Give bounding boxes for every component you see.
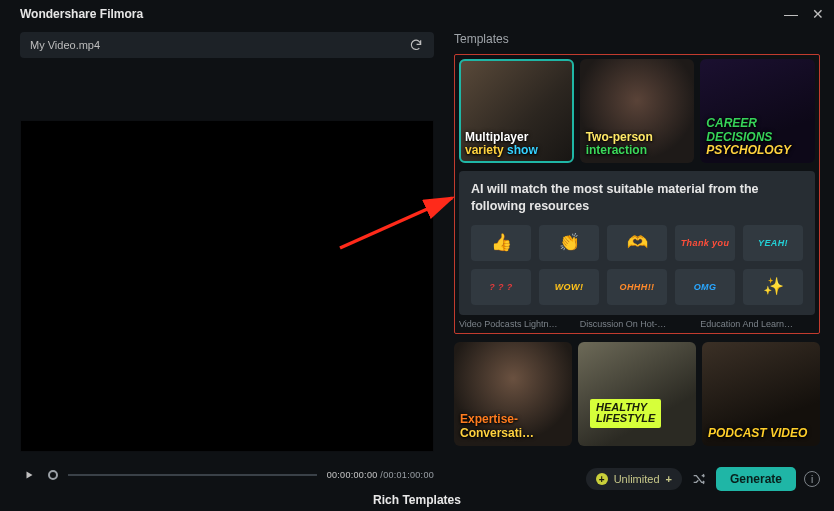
- templates-panel: Multiplayer variety show Two-person inte…: [454, 54, 820, 334]
- minimize-button[interactable]: —: [784, 7, 798, 21]
- refresh-icon[interactable]: [408, 37, 424, 53]
- template-card-healthy[interactable]: HEALTHY LIFESTYLE: [578, 342, 696, 446]
- healthy-badge: HEALTHY LIFESTYLE: [590, 399, 661, 428]
- current-time: 00:00:00:00: [327, 470, 378, 480]
- timecodes: 00:00:00:00 /00:01:00:00: [327, 470, 434, 480]
- template-card-multiplayer[interactable]: Multiplayer variety show: [459, 59, 574, 163]
- ai-match-box: AI will match the most suitable material…: [459, 171, 815, 315]
- shuffle-icon[interactable]: [690, 470, 708, 488]
- app-title: Wondershare Filmora: [20, 7, 143, 21]
- file-pill[interactable]: My Video.mp4: [20, 32, 434, 58]
- bottom-bar: + Unlimited + Generate i: [586, 467, 820, 491]
- play-button[interactable]: [20, 466, 38, 484]
- sticker-thumbs-up[interactable]: 👍: [471, 225, 531, 261]
- footer-caption: Rich Templates: [373, 493, 461, 507]
- transport-bar: 00:00:00:00 /00:01:00:00: [20, 464, 434, 486]
- titlebar: Wondershare Filmora — ✕: [0, 0, 834, 26]
- sticker-ohhh[interactable]: OHHH!!: [607, 269, 667, 305]
- template-card-two-person[interactable]: Two-person interaction: [580, 59, 695, 163]
- sticker-heart-hands[interactable]: 🫶: [607, 225, 667, 261]
- video-preview[interactable]: [20, 120, 434, 452]
- plus-icon: +: [596, 473, 608, 485]
- ai-match-text: AI will match the most suitable material…: [471, 181, 803, 215]
- sticker-yeah[interactable]: YEAH!: [743, 225, 803, 261]
- window-controls: — ✕: [784, 7, 824, 21]
- file-name: My Video.mp4: [30, 39, 100, 51]
- timeline-scrubber[interactable]: [68, 474, 317, 476]
- generate-button[interactable]: Generate: [716, 467, 796, 491]
- template-card-podcast[interactable]: PODCAST VIDEO: [702, 342, 820, 446]
- sticker-wow[interactable]: WOW!: [539, 269, 599, 305]
- plus-small-icon: +: [666, 473, 672, 485]
- close-button[interactable]: ✕: [812, 7, 824, 21]
- playhead-start[interactable]: [48, 470, 58, 480]
- template-card-expertise[interactable]: Expertise- Conversati…: [454, 342, 572, 446]
- sticker-thank-you[interactable]: Thank you: [675, 225, 735, 261]
- templates-label: Templates: [454, 32, 820, 46]
- template-row2-labels: Video Podcasts Lightn… Discussion On Hot…: [459, 319, 815, 329]
- info-icon[interactable]: i: [804, 471, 820, 487]
- sticker-question[interactable]: ? ? ?: [471, 269, 531, 305]
- unlimited-pill[interactable]: + Unlimited +: [586, 468, 682, 490]
- sticker-sparkle[interactable]: ✨: [743, 269, 803, 305]
- sticker-omg[interactable]: OMG: [675, 269, 735, 305]
- template-card-career[interactable]: CAREER DECISIONS PSYCHOLOGY: [700, 59, 815, 163]
- total-time: /00:01:00:00: [380, 470, 434, 480]
- sticker-clap[interactable]: 👏: [539, 225, 599, 261]
